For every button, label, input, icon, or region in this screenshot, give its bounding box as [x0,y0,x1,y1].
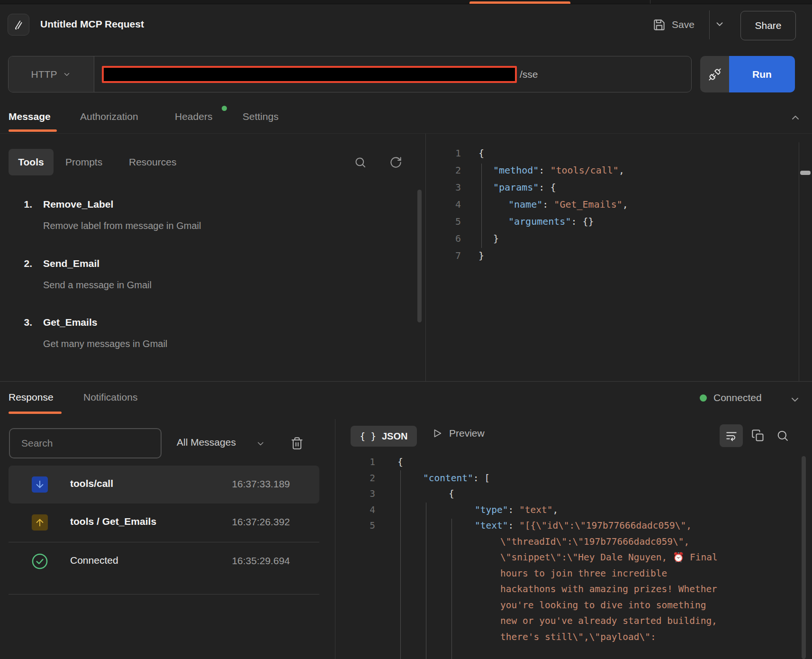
share-button[interactable]: Share [740,11,796,40]
connected-check-icon [30,552,49,571]
code-line: \"threadId\":\"197b77666dadc059\", [335,534,718,550]
response-body-viewer[interactable]: 1{2"content": [3{4"type": "text",5"text"… [335,454,718,645]
tab-response-underline [9,412,62,414]
wrap-text-button[interactable] [720,424,743,447]
code-line: there's still\",\"payload\": [335,629,718,645]
code-line: hours to join three incredible [335,566,718,582]
line-number: 1 [426,145,461,162]
tool-item-get-emails[interactable]: 3. Get_Emails Get many messages in Gmail [0,310,417,362]
message-timestamp: 16:35:29.694 [232,555,290,567]
tab-notifications[interactable]: Notifications [83,392,137,403]
chevron-down-icon [789,394,801,405]
tool-name: Get_Emails [43,317,97,328]
tab-settings[interactable]: Settings [243,111,279,122]
viewer-search-button[interactable] [776,429,789,442]
trash-icon [290,437,304,450]
top-tab-strip [0,0,812,4]
request-body-editor[interactable]: 1{2"method": "tools/call",3"params": {4"… [426,145,628,264]
code-line: hackathons with amazing prizes! Whether [335,581,718,597]
line-number: 3 [335,486,375,502]
share-label: Share [755,20,781,31]
tool-item-send-email[interactable]: 2. Send_Email Send a message in Gmail [0,251,417,303]
page-title[interactable]: Untitled MCP Request [40,18,144,30]
messages-search-input[interactable] [9,428,162,458]
arrow-up-icon [35,517,45,528]
line-number: 5 [426,213,461,230]
editor-scroll-gutter [799,142,799,381]
protocol-select[interactable]: HTTP [9,56,94,92]
tool-description: Get many messages in Gmail [43,339,167,349]
message-row-connected[interactable]: Connected 16:35:29.694 [9,542,319,580]
code-line: 1{ [335,454,718,470]
outgoing-message-icon [32,514,48,531]
viewer-scrollbar[interactable] [802,456,806,659]
save-group-divider [709,10,710,39]
tool-description: Remove label from message in Gmail [43,220,201,231]
collapse-section-button[interactable] [790,112,801,123]
tool-name: Send_Email [43,258,99,269]
messages-filter-select[interactable]: All Messages [177,437,236,448]
code-line: 5"text": "[{\"id\":\"197b77666dadc059\", [335,518,718,534]
subtab-tools[interactable]: Tools [9,149,54,175]
subtab-resources[interactable]: Resources [129,156,176,168]
tool-item-remove-label[interactable]: 1. Remove_Label Remove label from messag… [0,192,417,244]
connection-status-label[interactable]: Connected [713,392,762,403]
app-window: Untitled MCP Request Save Share HTTP /ss… [0,0,812,659]
code-line: 1{ [426,145,628,162]
mcp-logo-icon [12,18,25,31]
tool-index: 3. [18,317,32,328]
row-divider [9,594,319,595]
tools-search-button[interactable] [354,156,367,169]
save-button[interactable]: Save [653,14,695,35]
tab-message-underline [9,129,57,132]
save-options-button[interactable] [714,19,725,29]
tools-scrollbar[interactable] [417,190,422,322]
view-json-toggle[interactable]: { } JSON [351,426,417,447]
message-row-get-emails[interactable]: tools / Get_Emails 16:37:26.392 [9,503,319,541]
code-line: 2"content": [ [335,470,718,486]
search-icon [776,429,789,442]
url-bar: HTTP /sse [8,56,692,92]
tab-authorization[interactable]: Authorization [80,111,138,122]
code-line: new or you've already started building, [335,613,718,629]
code-line: 5"arguments": {} [426,213,628,230]
connection-status-dot [700,394,707,402]
run-label: Run [752,69,772,80]
chevron-down-icon [256,439,265,448]
subtab-prompts[interactable]: Prompts [65,156,102,168]
clear-messages-button[interactable] [290,437,304,450]
connection-menu-button[interactable] [789,394,801,405]
preview-toggle-label: Preview [449,428,485,439]
tab-headers[interactable]: Headers [175,111,212,122]
chevron-down-icon [714,19,725,29]
tools-refresh-button[interactable] [389,156,402,169]
line-number: 4 [335,502,375,518]
tool-description: Send a message in Gmail [43,280,152,291]
message-row-tools-call[interactable]: tools/call 16:37:33.189 [9,466,319,503]
line-number: 3 [426,179,461,196]
json-toggle-label: JSON [382,431,407,442]
arrow-down-icon [35,479,45,490]
view-preview-toggle[interactable]: Preview [432,428,485,439]
editor-scrollbar-thumb[interactable] [800,171,811,175]
check-circle-icon [31,552,49,570]
chevron-up-icon [790,112,801,123]
protocol-label: HTTP [31,69,57,80]
headers-badge-dot [222,106,227,111]
run-button[interactable]: Run [729,56,795,92]
filter-chevron[interactable] [256,439,265,448]
line-number: 2 [335,470,375,486]
url-input-redacted[interactable] [102,66,517,83]
refresh-icon [389,156,402,169]
unplug-icon [708,68,722,81]
tab-message[interactable]: Message [9,111,51,122]
line-number: 4 [426,196,461,213]
disconnect-button[interactable] [700,56,729,92]
save-label: Save [672,19,695,30]
search-icon [354,156,367,169]
chevron-down-icon [63,70,71,79]
tabs-divider [0,133,812,134]
tab-response[interactable]: Response [9,392,54,403]
code-line: \"snippet\":\"Hey Dale Nguyen, ⏰ Final [335,549,718,566]
copy-button[interactable] [751,429,765,442]
